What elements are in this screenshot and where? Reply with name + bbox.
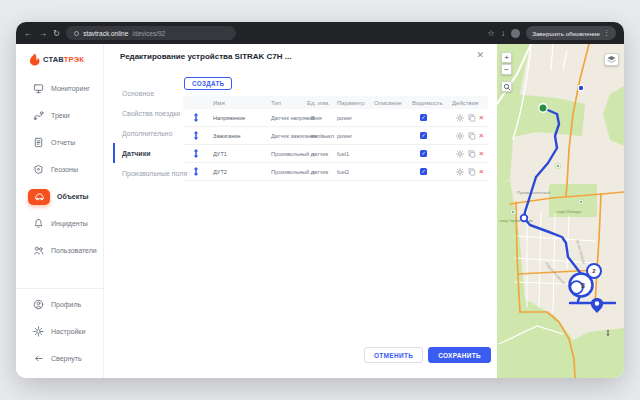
table-row: ЗажиганиеДатчик зажиганиявкл/выклpower✓× bbox=[183, 127, 488, 145]
visibility-checkbox[interactable]: ✓ bbox=[420, 168, 427, 175]
reload-icon[interactable]: ↻ bbox=[53, 29, 60, 38]
delete-icon[interactable]: × bbox=[479, 150, 484, 158]
sidebar-item-label: Отчеты bbox=[51, 139, 75, 146]
copy-icon[interactable] bbox=[468, 114, 476, 122]
settings-icon[interactable] bbox=[456, 114, 464, 122]
sidebar-nav: Мониторинг Треки Отчеты Геозоны Объекты bbox=[16, 75, 103, 264]
sensor-name: Зажигание bbox=[209, 133, 267, 139]
route-start-marker[interactable] bbox=[539, 104, 547, 112]
drag-handle-icon bbox=[193, 167, 199, 176]
delete-icon[interactable]: × bbox=[479, 168, 484, 176]
cancel-button[interactable]: ОТМЕНИТЬ bbox=[364, 347, 423, 363]
forward-icon[interactable]: → bbox=[39, 29, 48, 38]
visibility-checkbox[interactable]: ✓ bbox=[420, 132, 427, 139]
waypoint-marker[interactable] bbox=[521, 215, 528, 222]
actions-cell: × bbox=[448, 150, 488, 158]
cluster-marker-big[interactable]: 3 bbox=[570, 274, 593, 297]
actions-cell: × bbox=[448, 168, 488, 176]
delete-icon[interactable]: × bbox=[479, 132, 484, 140]
copy-icon[interactable] bbox=[468, 132, 476, 140]
map-layers-button[interactable] bbox=[604, 53, 619, 66]
row-copy-icon bbox=[468, 150, 476, 158]
map-search-button[interactable] bbox=[501, 81, 512, 92]
settings-icon[interactable] bbox=[456, 150, 464, 158]
row-settings-icon bbox=[456, 168, 464, 176]
sidebar-item-label: Объекты bbox=[57, 193, 89, 200]
finish-update-button[interactable]: Завершить обновление ⋮ bbox=[526, 26, 616, 40]
url-path: /devices/92 bbox=[132, 30, 165, 37]
sensor-type: Произвольный датчик bbox=[267, 151, 303, 157]
drag-handle[interactable] bbox=[183, 149, 209, 158]
create-button[interactable]: СОЗДАТЬ bbox=[184, 77, 232, 90]
sidebar-item-incidents[interactable]: Инциденты bbox=[16, 210, 103, 237]
sidebar-item-label: Свернуть bbox=[51, 355, 82, 362]
sidebar-item-users[interactable]: Пользователи bbox=[16, 237, 103, 264]
sidebar-item-reports[interactable]: Отчеты bbox=[16, 129, 103, 156]
address-bar[interactable]: stavtrack.online/devices/92 bbox=[66, 26, 236, 40]
sensor-param: power bbox=[333, 133, 370, 139]
profile-avatar[interactable] bbox=[511, 29, 520, 38]
sensor-type: Датчик напряжения bbox=[267, 115, 303, 121]
drag-handle[interactable] bbox=[183, 131, 209, 140]
sidebar-item-settings[interactable]: Настройки bbox=[16, 318, 103, 345]
tab-label: Датчики bbox=[122, 150, 150, 157]
sensor-unit: л bbox=[303, 151, 333, 157]
tab-trip-properties[interactable]: Свойства поездки bbox=[113, 103, 189, 123]
profile-icon bbox=[32, 299, 44, 311]
collapse-arrow-icon bbox=[32, 353, 44, 365]
bookmark-star-icon[interactable]: ☆ bbox=[487, 29, 495, 38]
sidebar-item-objects[interactable]: Объекты bbox=[16, 183, 103, 210]
sensor-unit: л bbox=[303, 169, 333, 175]
tab-custom-fields[interactable]: Произвольные поля bbox=[113, 163, 189, 183]
finish-update-label: Завершить обновление bbox=[532, 30, 600, 37]
sensors-table: ИмяТипЕд. изм.ПараметрОписаниеВидимостьД… bbox=[183, 96, 488, 181]
delete-icon[interactable]: × bbox=[479, 114, 484, 122]
sidebar-item-label: Пользователи bbox=[51, 247, 97, 254]
visibility-checkbox[interactable]: ✓ bbox=[420, 150, 427, 157]
drag-handle[interactable] bbox=[183, 167, 209, 176]
tab-additional[interactable]: Дополнительно bbox=[113, 123, 189, 143]
browser-menu-icon[interactable]: ⋮ bbox=[603, 29, 610, 37]
sensor-type: Датчик зажигания bbox=[267, 133, 303, 139]
stop-dot-marker[interactable] bbox=[578, 85, 584, 91]
drag-handle-icon bbox=[193, 113, 199, 122]
row-copy-icon bbox=[468, 168, 476, 176]
report-icon bbox=[32, 137, 44, 149]
download-icon[interactable]: ↓ bbox=[501, 29, 505, 38]
tab-sensors[interactable]: Датчики bbox=[113, 143, 189, 163]
zoom-out-button[interactable]: − bbox=[501, 64, 512, 75]
visibility-checkbox[interactable]: ✓ bbox=[420, 114, 427, 121]
column-header: Описание bbox=[370, 100, 408, 106]
zoom-in-button[interactable]: + bbox=[501, 52, 512, 63]
save-button[interactable]: СОХРАНИТЬ bbox=[428, 347, 491, 363]
settings-icon[interactable] bbox=[456, 132, 464, 140]
copy-icon[interactable] bbox=[468, 150, 476, 158]
geofence-icon bbox=[32, 164, 44, 176]
sidebar-item-geozones[interactable]: Геозоны bbox=[16, 156, 103, 183]
sidebar: СТАВТРЭК Мониторинг Треки Отчеты Геозон bbox=[16, 44, 104, 378]
actions-cell: × bbox=[448, 132, 488, 140]
row-settings-icon bbox=[456, 150, 464, 158]
close-icon[interactable]: ✕ bbox=[476, 51, 484, 60]
app-logo[interactable]: СТАВТРЭК bbox=[16, 44, 103, 72]
copy-icon[interactable] bbox=[468, 168, 476, 176]
table-row: ДУТ2Произвольный датчиклfuel2✓× bbox=[183, 163, 488, 181]
sidebar-item-tracks[interactable]: Треки bbox=[16, 102, 103, 129]
drag-handle-icon bbox=[193, 149, 199, 158]
map[interactable]: Промышленный парк Победы сквер Героев Ро… bbox=[497, 44, 624, 378]
layers-icon bbox=[606, 55, 617, 64]
site-info-icon[interactable] bbox=[74, 31, 79, 36]
sidebar-item-profile[interactable]: Профиль bbox=[16, 291, 103, 318]
sensors-table-head: ИмяТипЕд. изм.ПараметрОписаниеВидимостьД… bbox=[183, 96, 488, 109]
gear-icon bbox=[32, 326, 44, 338]
sidebar-item-monitoring[interactable]: Мониторинг bbox=[16, 75, 103, 102]
park-label: парк Победы bbox=[557, 209, 581, 214]
settings-icon[interactable] bbox=[456, 168, 464, 176]
back-icon[interactable]: ← bbox=[24, 29, 33, 38]
table-row: НапряжениеДатчик напряженияВpower✓× bbox=[183, 109, 488, 127]
column-header: Имя bbox=[209, 100, 267, 106]
sidebar-item-label: Мониторинг bbox=[51, 85, 90, 92]
drag-handle[interactable] bbox=[183, 113, 209, 122]
sidebar-item-collapse[interactable]: Свернуть bbox=[16, 345, 103, 372]
tab-main[interactable]: Основное bbox=[113, 83, 189, 103]
